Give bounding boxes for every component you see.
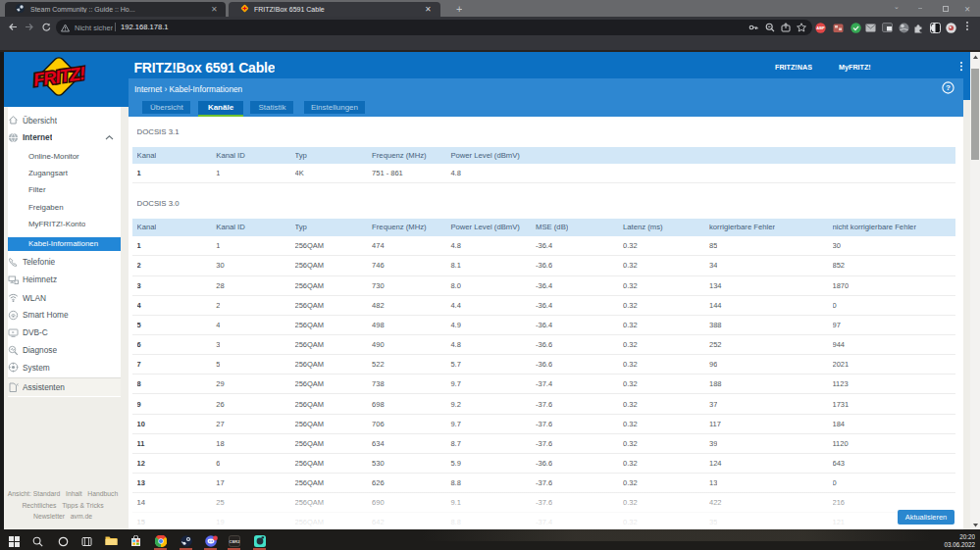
svg-text:CBR2: CBR2 [230,539,240,544]
svg-text:ABP: ABP [816,25,825,30]
svg-text:FRITZ!: FRITZ! [32,63,87,90]
svg-text:?: ? [946,83,951,92]
